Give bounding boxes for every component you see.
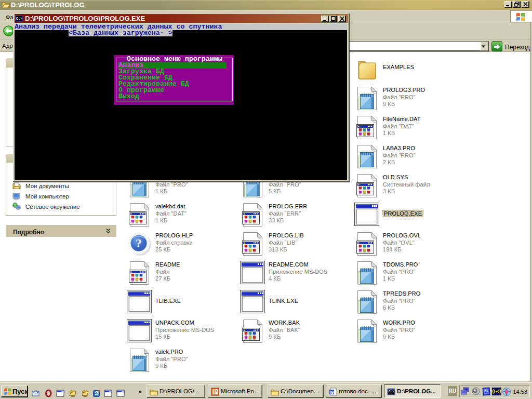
svg-text:C:\: C:\: [389, 390, 394, 393]
svg-text:W: W: [330, 390, 334, 395]
svg-text:?: ?: [136, 236, 142, 250]
svg-text:P: P: [214, 389, 217, 395]
svg-text:C:\: C:\: [16, 17, 22, 21]
